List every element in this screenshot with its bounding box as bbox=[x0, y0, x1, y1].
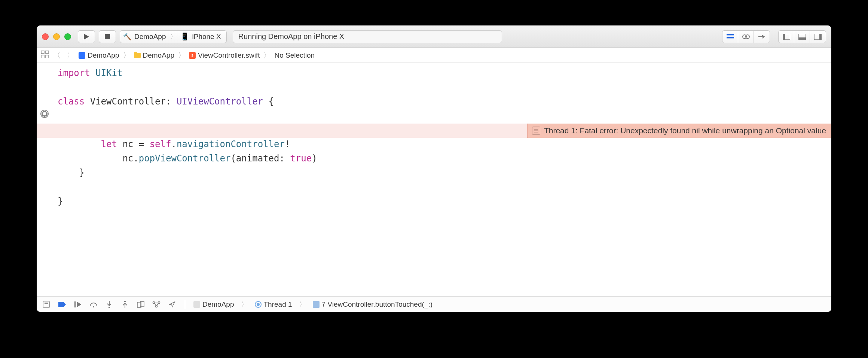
hide-debug-area-button[interactable] bbox=[42, 300, 51, 309]
close-window-button[interactable] bbox=[42, 33, 49, 40]
toggle-debug-area-button[interactable] bbox=[794, 31, 810, 43]
assistant-editor-button[interactable] bbox=[738, 31, 754, 43]
debug-thread-crumb[interactable]: Thread 1 bbox=[255, 300, 292, 309]
svg-point-28 bbox=[153, 301, 155, 303]
breadcrumb-folder[interactable]: DemoApp bbox=[134, 51, 175, 60]
breakpoint-toggle-button[interactable] bbox=[58, 300, 67, 309]
step-over-button[interactable] bbox=[89, 300, 98, 309]
svg-point-30 bbox=[156, 305, 158, 307]
app-icon: 🔨 bbox=[123, 33, 131, 41]
toolbar: 🔨 DemoApp 〉 📱 iPhone X Running DemoApp o… bbox=[37, 25, 831, 48]
breadcrumb-selection[interactable]: No Selection bbox=[274, 51, 315, 60]
error-message: Thread 1: Fatal error: Unexpectedly foun… bbox=[544, 126, 826, 135]
svg-point-21 bbox=[93, 306, 94, 307]
chevron-right-icon: 〉 bbox=[177, 51, 186, 60]
chevron-right-icon: 〉 bbox=[241, 300, 248, 309]
separator bbox=[185, 300, 185, 309]
scheme-device-label: iPhone X bbox=[192, 33, 221, 41]
svg-rect-15 bbox=[46, 51, 49, 54]
related-items-icon[interactable] bbox=[41, 51, 49, 60]
swift-file-icon: s bbox=[189, 52, 196, 59]
toggle-inspector-button[interactable] bbox=[810, 31, 826, 43]
error-list-icon: ≡ bbox=[532, 127, 540, 135]
stop-button[interactable] bbox=[99, 30, 116, 43]
svg-point-29 bbox=[158, 301, 160, 303]
svg-rect-17 bbox=[46, 55, 49, 58]
svg-rect-19 bbox=[74, 301, 76, 307]
standard-editor-button[interactable] bbox=[722, 31, 738, 43]
svg-rect-1 bbox=[105, 34, 110, 39]
scheme-app-label: DemoApp bbox=[134, 33, 166, 41]
status-text: Running DemoApp on iPhone X bbox=[238, 32, 345, 41]
svg-marker-20 bbox=[77, 301, 81, 307]
folder-icon bbox=[134, 53, 141, 58]
scheme-selector[interactable]: 🔨 DemoApp 〉 📱 iPhone X bbox=[120, 30, 227, 43]
runtime-error-banner[interactable]: ≡ Thread 1: Fatal error: Unexpectedly fo… bbox=[527, 124, 831, 138]
version-editor-button[interactable] bbox=[754, 31, 770, 43]
stack-frame-icon bbox=[313, 301, 320, 308]
svg-rect-11 bbox=[798, 37, 806, 40]
chevron-right-icon: 〉 bbox=[299, 300, 306, 309]
svg-marker-0 bbox=[84, 34, 89, 40]
ibaction-connection-icon[interactable] bbox=[40, 110, 49, 118]
debug-bar: DemoApp 〉 Thread 1 〉 7 ViewController.bu… bbox=[37, 296, 831, 312]
svg-rect-9 bbox=[783, 34, 785, 40]
process-icon bbox=[193, 301, 200, 308]
step-into-button[interactable] bbox=[105, 300, 114, 309]
chevron-right-icon: 〉 bbox=[122, 51, 131, 60]
continue-button[interactable] bbox=[73, 300, 82, 309]
history-forward-button[interactable]: 〉 bbox=[65, 50, 76, 60]
svg-rect-4 bbox=[727, 37, 734, 38]
svg-rect-16 bbox=[41, 55, 44, 58]
debug-frame-crumb[interactable]: 7 ViewController.buttonTouched(_:) bbox=[313, 300, 433, 309]
panel-toggle-segmented[interactable] bbox=[778, 30, 826, 43]
xcode-window: 🔨 DemoApp 〉 📱 iPhone X Running DemoApp o… bbox=[37, 25, 831, 312]
debug-view-hierarchy-button[interactable] bbox=[136, 300, 145, 309]
breadcrumb-project[interactable]: DemoApp bbox=[79, 51, 119, 60]
chevron-right-icon: 〉 bbox=[263, 51, 271, 60]
project-icon bbox=[79, 52, 85, 59]
simulate-location-button[interactable] bbox=[168, 300, 177, 309]
svg-rect-13 bbox=[819, 34, 822, 40]
svg-rect-2 bbox=[727, 34, 734, 35]
history-back-button[interactable]: 〈 bbox=[52, 50, 62, 60]
zoom-window-button[interactable] bbox=[64, 33, 71, 40]
svg-rect-25 bbox=[124, 301, 126, 302]
activity-status: Running DemoApp on iPhone X bbox=[233, 30, 502, 43]
svg-rect-5 bbox=[727, 39, 734, 39]
svg-rect-23 bbox=[109, 307, 110, 308]
svg-marker-31 bbox=[169, 302, 175, 307]
breadcrumb-file[interactable]: s ViewController.swift bbox=[189, 51, 260, 60]
debug-process-crumb[interactable]: DemoApp bbox=[193, 300, 234, 309]
jump-bar: 〈 〉 DemoApp 〉 DemoApp 〉 s ViewController… bbox=[37, 48, 831, 63]
svg-marker-18 bbox=[58, 302, 66, 307]
chevron-right-icon: 〉 bbox=[169, 33, 177, 40]
svg-rect-3 bbox=[727, 36, 734, 36]
svg-rect-14 bbox=[41, 51, 44, 54]
device-icon: 📱 bbox=[180, 32, 189, 41]
run-button[interactable] bbox=[78, 30, 95, 43]
source-editor[interactable]: ≡ Thread 1: Fatal error: Unexpectedly fo… bbox=[37, 63, 831, 296]
editor-mode-segmented[interactable] bbox=[722, 30, 770, 43]
window-controls bbox=[42, 33, 71, 40]
thread-icon bbox=[255, 301, 262, 308]
minimize-window-button[interactable] bbox=[53, 33, 60, 40]
toggle-navigator-button[interactable] bbox=[779, 31, 794, 43]
debug-memory-graph-button[interactable] bbox=[152, 300, 161, 309]
step-out-button[interactable] bbox=[120, 300, 129, 309]
